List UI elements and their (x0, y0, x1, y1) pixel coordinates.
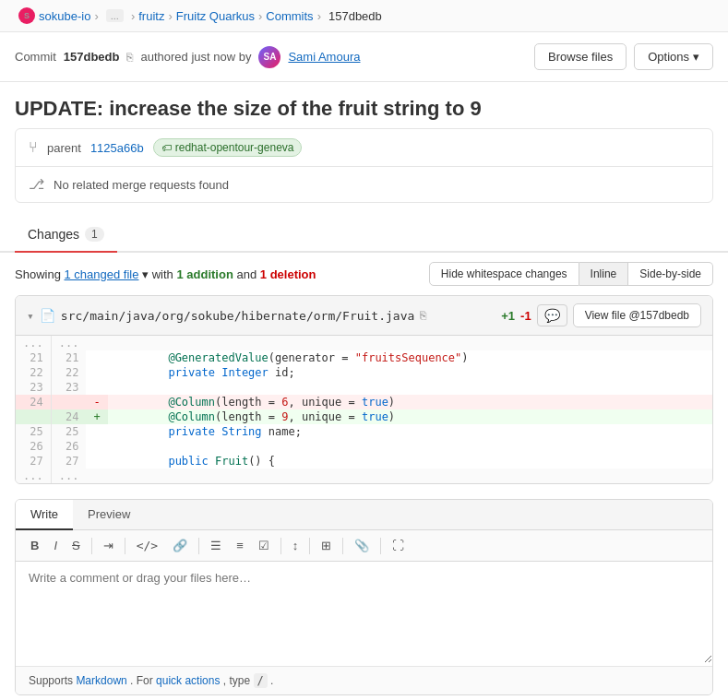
footer-mid: . For (130, 674, 153, 687)
code-table: ... ... 21 21 @GeneratedValue(generator … (16, 336, 712, 483)
browse-files-button[interactable]: Browse files (534, 43, 627, 70)
line-num-old: ... (16, 469, 51, 483)
table-row: 23 23 (16, 380, 712, 395)
view-file-button[interactable]: View file @157dbedb (573, 303, 701, 327)
strikethrough-button[interactable]: S (66, 536, 86, 555)
ul-button[interactable]: ☰ (205, 536, 227, 555)
tabs-row: Changes 1 (0, 218, 728, 253)
line-code: @Column(length = 9, unique = true) (108, 409, 712, 424)
author-link[interactable]: Sami Amoura (288, 50, 360, 64)
italic-button[interactable]: I (48, 536, 63, 555)
tab-preview[interactable]: Preview (73, 500, 145, 530)
copy-sha-icon[interactable]: ⎘ (126, 51, 133, 64)
side-by-side-button[interactable]: Side-by-side (628, 262, 713, 286)
breadcrumb-commits[interactable]: Commits (266, 9, 313, 23)
comment-toolbar: B I S ⇥ </> 🔗 ☰ ≡ ☑ ↕ ⊞ 📎 ⛶ (16, 530, 712, 562)
showing-text: Showing (15, 267, 61, 281)
branch-name: redhat-opentour-geneva (175, 141, 294, 154)
parent-sha-link[interactable]: 1125a66b (90, 141, 144, 155)
footer-quick-link[interactable]: quick actions (156, 674, 220, 687)
merge-row: ⎇ No related merge requests found (16, 167, 712, 202)
line-num-new: ... (51, 336, 86, 350)
footer-markdown-link[interactable]: Markdown (76, 674, 126, 687)
line-code (108, 439, 712, 454)
table-row: 25 25 private String name; (16, 424, 712, 439)
line-num-new: 24 (51, 409, 86, 424)
file-path-text: src/main/java/org/sokube/hibernate/orm/F… (61, 309, 415, 323)
line-code: public Fruit() { (108, 454, 712, 469)
file-path: ▾ 📄 src/main/java/org/sokube/hibernate/o… (27, 308, 426, 323)
indent-button[interactable]: ⇥ (98, 536, 119, 555)
bold-button[interactable]: B (25, 536, 44, 555)
commit-actions: Browse files Options ▾ (534, 43, 713, 70)
code-button[interactable]: </> (131, 536, 163, 555)
footer-end: , type (223, 674, 250, 687)
breadcrumb-repo[interactable]: fruitz (138, 9, 164, 23)
more-button[interactable]: ... (106, 9, 124, 22)
merge-icon: ⎇ (29, 176, 44, 193)
line-num-old: 23 (16, 380, 51, 395)
branch-badge: 🏷 redhat-opentour-geneva (153, 138, 303, 157)
line-num-old (16, 409, 51, 424)
footer-supports: Supports (29, 674, 73, 687)
chevron-down-icon: ▾ (693, 50, 699, 64)
line-num-old: 21 (16, 350, 51, 365)
and-text: and (236, 267, 257, 281)
stat-add: +1 (501, 309, 515, 323)
additions-text: 1 addition (176, 267, 233, 281)
org-icon: S (18, 7, 35, 24)
tab-changes[interactable]: Changes 1 (15, 218, 117, 253)
line-num-new (51, 395, 86, 409)
commit-info: Commit 157dbedb ⎘ authored just now by S… (15, 46, 360, 68)
line-num-old: 24 (16, 395, 51, 409)
stat-del: -1 (520, 309, 531, 323)
line-code: @GeneratedValue(generator = "fruitsSeque… (108, 350, 712, 365)
file-icon: 📄 (40, 308, 55, 323)
deletions-text: 1 deletion (260, 267, 316, 281)
checklist-button[interactable]: ☑ (253, 536, 275, 555)
diff-controls: Hide whitespace changes Inline Side-by-s… (429, 262, 713, 286)
ref-button[interactable]: ↕ (287, 536, 304, 555)
fullscreen-button[interactable]: ⛶ (387, 536, 410, 555)
line-num-old: 26 (16, 439, 51, 454)
comment-tabs: Write Preview (16, 500, 712, 530)
commit-meta-box: ⑂ parent 1125a66b 🏷 redhat-opentour-gene… (15, 128, 713, 203)
collapse-icon[interactable]: ▾ (27, 309, 34, 323)
attach-button[interactable]: 📎 (349, 536, 375, 555)
breadcrumb: S sokube-io › ... › fruitz › Fruitz Quar… (0, 0, 728, 32)
table-row: 24 - @Column(length = 6, unique = true) (16, 395, 712, 409)
line-num-old: 25 (16, 424, 51, 439)
add-comment-button[interactable]: 💬 (537, 304, 567, 326)
breadcrumb-project[interactable]: Fruitz Quarkus (176, 9, 255, 23)
copy-path-icon[interactable]: ⎘ (420, 309, 426, 322)
parent-icon: ⑂ (29, 139, 38, 156)
table-row: 26 26 (16, 439, 712, 454)
line-num-old: ... (16, 336, 51, 350)
hide-whitespace-button[interactable]: Hide whitespace changes (429, 262, 579, 286)
file-diff-header: ▾ 📄 src/main/java/org/sokube/hibernate/o… (16, 296, 712, 336)
commit-sha: 157dbedb (64, 50, 120, 64)
breadcrumb-org[interactable]: sokube-io (39, 9, 90, 23)
tab-write[interactable]: Write (16, 500, 73, 530)
line-num-new: 22 (51, 365, 86, 380)
link-button[interactable]: 🔗 (167, 536, 193, 555)
table-row: ... ... (16, 469, 712, 483)
changed-file-link[interactable]: 1 changed file (65, 267, 139, 281)
inline-button[interactable]: Inline (579, 262, 629, 286)
tag-icon: 🏷 (161, 142, 172, 153)
file-diff: ▾ 📄 src/main/java/org/sokube/hibernate/o… (15, 295, 713, 484)
comment-textarea[interactable] (16, 562, 712, 663)
table-row: ... ... (16, 336, 712, 350)
line-num-new: 25 (51, 424, 86, 439)
options-button[interactable]: Options ▾ (634, 43, 713, 70)
diff-header: Showing 1 changed file ▾ with 1 addition… (0, 253, 728, 295)
table-row: 22 22 private Integer id; (16, 365, 712, 380)
tab-changes-label: Changes (28, 227, 79, 242)
table-button[interactable]: ⊞ (316, 536, 337, 555)
table-row: 21 21 @GeneratedValue(generator = "fruit… (16, 350, 712, 365)
line-code: private String name; (108, 424, 712, 439)
ol-button[interactable]: ≡ (231, 536, 249, 555)
line-num-new: 21 (51, 350, 86, 365)
parent-row: ⑂ parent 1125a66b 🏷 redhat-opentour-gene… (16, 129, 712, 167)
toolbar-sep-2 (125, 538, 125, 554)
